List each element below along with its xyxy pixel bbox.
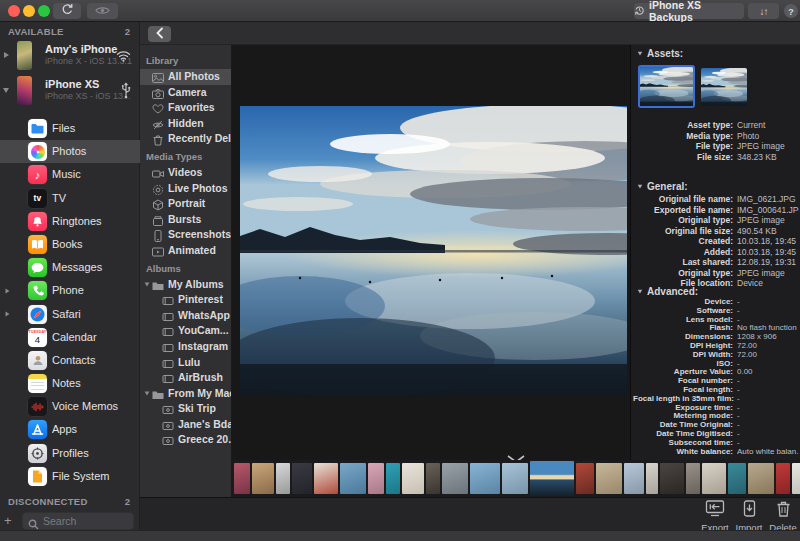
- library-item-whatsapp[interactable]: WhatsApp: [140, 308, 231, 324]
- filmstrip-thumbnail[interactable]: [660, 463, 684, 494]
- sidebar-item-safari[interactable]: Safari: [0, 303, 140, 326]
- delete-button[interactable]: Delete: [766, 500, 800, 533]
- info-row: File size:348.23 KB: [633, 152, 799, 163]
- filmstrip-thumbnail[interactable]: [292, 463, 312, 494]
- filmstrip-thumbnail[interactable]: [596, 463, 622, 494]
- device-backups-button[interactable]: iPhone XS Backups: [634, 3, 744, 19]
- filmstrip-thumbnail[interactable]: [442, 463, 468, 494]
- sidebar-item-voice-memos[interactable]: Voice Memos: [0, 395, 140, 418]
- library-item-label: WhatsApp: [178, 308, 230, 324]
- filmstrip-thumbnail[interactable]: [402, 463, 424, 494]
- asset-thumbnail-selected[interactable]: [638, 65, 695, 108]
- advanced-section-header[interactable]: Advanced:: [637, 286, 698, 297]
- library-item-favorites[interactable]: Favorites: [140, 100, 231, 116]
- sidebar-item-profiles[interactable]: Profiles: [0, 442, 140, 465]
- sidebar-item-phone[interactable]: Phone: [0, 279, 140, 302]
- filmstrip-thumbnail[interactable]: [368, 463, 384, 494]
- collapse-arrow-icon[interactable]: [3, 88, 9, 93]
- filmstrip-thumbnail[interactable]: [702, 463, 726, 494]
- messages-app-icon: [28, 258, 47, 277]
- collapse-arrow-icon[interactable]: [145, 283, 150, 287]
- filmstrip-thumbnail[interactable]: [426, 463, 440, 494]
- sidebar-item-tv[interactable]: tvTV: [0, 187, 140, 210]
- photo-preview[interactable]: [240, 106, 627, 396]
- sidebar-item-photos[interactable]: Photos: [0, 140, 140, 163]
- sidebar-item-files[interactable]: Files: [0, 117, 140, 140]
- filmstrip-thumbnail[interactable]: [624, 463, 644, 494]
- expand-arrow-icon[interactable]: [6, 312, 10, 317]
- filmstrip-thumbnail[interactable]: [502, 463, 528, 494]
- library-item-pinterest[interactable]: Pinterest: [140, 292, 231, 308]
- filmstrip-thumbnail[interactable]: [470, 463, 500, 494]
- library-item-videos[interactable]: Videos: [140, 165, 231, 181]
- library-item-all-photos[interactable]: All Photos: [140, 69, 231, 85]
- library-item-animated[interactable]: Animated: [140, 243, 231, 259]
- back-button[interactable]: [148, 26, 171, 42]
- minimize-button[interactable]: [23, 5, 35, 17]
- info-key: White balance:: [633, 448, 733, 457]
- asset-thumbnail[interactable]: [701, 68, 747, 106]
- filmstrip-thumbnail[interactable]: [314, 463, 338, 494]
- library-item-live-photos[interactable]: Live Photos: [140, 181, 231, 197]
- filmstrip-thumbnail[interactable]: [576, 463, 594, 494]
- library-item-camera[interactable]: Camera: [140, 85, 231, 101]
- library-item-greece-20[interactable]: Greece 20...: [140, 432, 231, 448]
- sidebar-item-file-system[interactable]: File System: [0, 465, 140, 488]
- filmstrip-thumbnail[interactable]: [748, 463, 774, 494]
- filmstrip-thumbnail[interactable]: [340, 463, 366, 494]
- library-item-recently-del[interactable]: Recently Del...: [140, 131, 231, 147]
- filmstrip-thumbnail[interactable]: [252, 463, 274, 494]
- export-button[interactable]: Export: [698, 500, 732, 533]
- device-row-amys-iphone[interactable]: Amy's iPhone iPhone X - iOS 13.3.1: [0, 40, 140, 74]
- library-item-airbrush[interactable]: AirBrush: [140, 370, 231, 386]
- close-button[interactable]: [8, 5, 20, 17]
- zoom-button[interactable]: [38, 5, 50, 17]
- filmstrip-thumbnail[interactable]: [728, 463, 746, 494]
- library-item-ski-trip[interactable]: Ski Trip: [140, 401, 231, 417]
- help-button[interactable]: ?: [784, 4, 798, 18]
- sidebar-item-books[interactable]: Books: [0, 233, 140, 256]
- info-value: Auto white balan...: [737, 448, 799, 457]
- import-button[interactable]: Import: [732, 500, 766, 533]
- filmstrip-thumbnail[interactable]: [234, 463, 250, 494]
- library-item-my-albums[interactable]: My Albums: [140, 277, 231, 293]
- library-item-portrait[interactable]: Portrait: [140, 196, 231, 212]
- library-item-screenshots[interactable]: Screenshots: [140, 227, 231, 243]
- refresh-button[interactable]: [53, 3, 81, 19]
- library-item-instagram[interactable]: Instagram: [140, 339, 231, 355]
- sidebar-item-apps[interactable]: Apps: [0, 418, 140, 441]
- info-value: 72.00: [737, 342, 799, 351]
- library-item-youcam[interactable]: YouCam...: [140, 323, 231, 339]
- library-item-bursts[interactable]: Bursts: [140, 212, 231, 228]
- assets-section-header[interactable]: Assets:: [637, 48, 683, 59]
- library-item-from-my-mac[interactable]: From My Mac: [140, 386, 231, 402]
- filmstrip-thumbnail[interactable]: [686, 463, 700, 494]
- app-label: Notes: [52, 377, 81, 389]
- library-item-hidden[interactable]: Hidden: [140, 116, 231, 132]
- device-row-iphone-xs[interactable]: iPhone XS iPhone XS - iOS 13...: [0, 75, 140, 109]
- add-device-button[interactable]: +: [4, 513, 12, 528]
- filmstrip-thumbnail[interactable]: [646, 463, 658, 494]
- filmstrip-thumbnail[interactable]: [776, 463, 790, 494]
- sidebar-item-calendar[interactable]: TUESDAY4Calendar: [0, 326, 140, 349]
- sidebar-item-contacts[interactable]: Contacts: [0, 349, 140, 372]
- library-item-label: Hidden: [168, 116, 204, 132]
- expand-arrow-icon[interactable]: [6, 288, 10, 293]
- collapse-arrow-icon[interactable]: [145, 392, 150, 396]
- expand-arrow-icon[interactable]: [4, 52, 9, 58]
- filmstrip-thumbnail[interactable]: [792, 463, 800, 494]
- library-item-lulu[interactable]: Lulu: [140, 355, 231, 371]
- sidebar-item-music[interactable]: ♪Music: [0, 163, 140, 186]
- info-value: -: [737, 316, 799, 325]
- filmstrip-thumbnail-current[interactable]: [530, 461, 574, 496]
- library-item-jane-s-bday[interactable]: Jane's Bday: [140, 417, 231, 433]
- general-section-header[interactable]: General:: [637, 181, 688, 192]
- info-row: Created:10.03.18, 19:45: [633, 236, 799, 247]
- quick-look-button[interactable]: [87, 3, 118, 19]
- transfer-button[interactable]: ↓↑: [748, 3, 779, 19]
- sidebar-item-notes[interactable]: Notes: [0, 372, 140, 395]
- sidebar-item-messages[interactable]: Messages: [0, 256, 140, 279]
- sidebar-item-ringtones[interactable]: Ringtones: [0, 210, 140, 233]
- filmstrip-thumbnail[interactable]: [276, 463, 290, 494]
- filmstrip-thumbnail[interactable]: [386, 463, 400, 494]
